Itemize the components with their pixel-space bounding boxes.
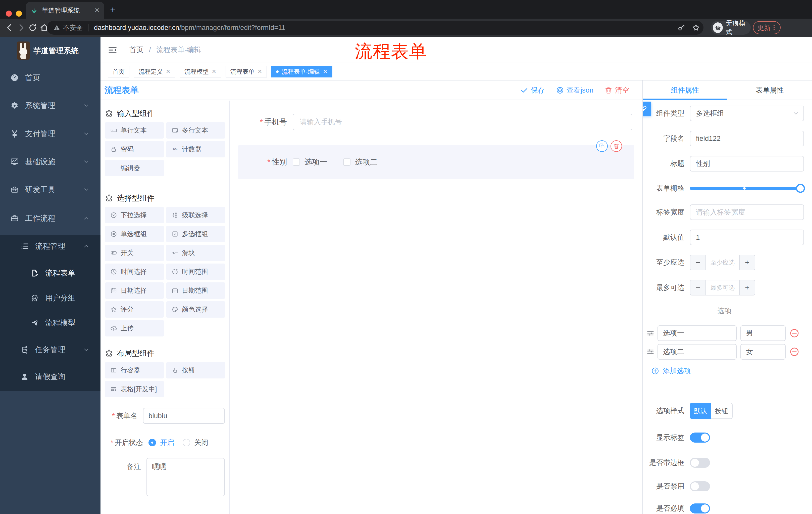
sidebar-logo[interactable]: 芋道管理系统 [0,37,100,65]
title-input[interactable] [690,156,804,171]
palette-item-time-range[interactable]: 时间范围 [166,264,225,280]
tag-process-definition[interactable]: 流程定义✕ [134,66,175,77]
remove-option-icon[interactable] [789,328,800,338]
bookmark-star-icon[interactable] [692,24,700,32]
checkbox[interactable] [293,158,300,166]
tab-form-props[interactable]: 表单属性 [727,80,812,100]
tag-process-model[interactable]: 流程模型✕ [180,66,221,77]
disabled-toggle[interactable] [690,481,710,491]
slider-handle[interactable] [796,184,805,193]
border-toggle[interactable] [690,458,710,468]
sidebar-item-process-mgmt[interactable]: 流程管理 [0,235,100,257]
browser-menu-icon[interactable] [774,25,775,30]
palette-item-table[interactable]: 表格[开发中] [105,381,164,397]
tag-close-icon[interactable]: ✕ [166,69,170,75]
sidebar-item-devtools[interactable]: 研发工具 [0,177,100,202]
new-tab-button[interactable]: + [110,4,116,15]
sidebar-item-workflow[interactable]: 工作流程 [0,206,100,231]
gender-option-1[interactable]: 选项一 [293,157,327,167]
stepper-plus-button[interactable]: + [739,255,755,270]
canvas-field-phone[interactable]: *手机号 [230,114,642,130]
sidebar-item-payment[interactable]: 支付管理 [0,121,100,146]
sidebar-item-process-form[interactable]: 流程表单 [0,262,100,284]
browser-tab[interactable]: 芋道管理系统 ✕ [26,2,104,19]
drag-handle-icon[interactable] [646,329,655,337]
remark-textarea[interactable]: 嘿嘿 [146,458,225,496]
sidebar-item-system[interactable]: 系统管理 [0,93,100,118]
required-toggle[interactable] [690,504,710,514]
palette-item-counter[interactable]: 计数器 [166,141,225,157]
option-value-input[interactable] [741,344,786,360]
stepper-plus-button[interactable]: + [739,280,755,295]
view-json-button[interactable]: 查看json [556,85,593,95]
address-bar[interactable]: 不安全 dashboard.yudao.iocoder.cn/bpm/manag… [47,21,703,35]
component-type-select[interactable]: 多选框组 [690,106,804,121]
reload-icon[interactable] [28,23,37,32]
stepper-minus-button[interactable]: − [690,255,706,270]
min-select-input[interactable] [706,255,739,270]
form-grid-slider[interactable] [690,184,804,193]
save-button[interactable]: 保存 [520,85,545,95]
key-icon[interactable] [677,24,685,32]
palette-item-radio-group[interactable]: 单选框组 [105,226,164,242]
minimize-window-button[interactable] [16,10,22,17]
back-icon[interactable] [5,23,14,32]
tag-home[interactable]: 首页 [108,66,129,77]
default-value-input[interactable] [690,229,804,245]
tag-close-icon[interactable]: ✕ [258,69,262,75]
slider-track[interactable] [690,187,804,190]
palette-item-cascader[interactable]: 级联选择 [166,207,225,223]
sidebar-item-process-model[interactable]: 流程模型 [0,312,100,334]
field-name-input[interactable] [690,131,804,146]
sidebar-item-user-group[interactable]: 用户分组 [0,287,100,309]
max-select-input[interactable] [706,280,739,295]
remove-option-icon[interactable] [789,347,800,357]
palette-item-editor[interactable]: 编辑器 [105,160,164,176]
tag-close-icon[interactable]: ✕ [211,69,216,75]
close-window-button[interactable] [6,10,12,17]
option-style-button-button[interactable]: 按钮 [711,403,733,419]
breadcrumb-home[interactable]: 首页 [129,45,143,55]
tag-process-form-edit[interactable]: 流程表单-编辑✕ [271,66,332,77]
option-label-input[interactable] [658,344,736,360]
palette-item-upload[interactable]: 上传 [105,320,164,336]
palette-item-color-picker[interactable]: 颜色选择 [166,301,225,318]
checkbox[interactable] [343,158,350,166]
sidebar-collapse-icon[interactable] [108,45,118,55]
show-label-toggle[interactable] [690,433,710,442]
security-label[interactable]: 不安全 [63,23,83,32]
option-value-input[interactable] [741,325,786,341]
palette-item-textarea[interactable]: 多行文本 [166,122,225,139]
phone-input[interactable] [293,114,632,130]
stepper-minus-button[interactable]: − [690,280,706,295]
gender-option-2[interactable]: 选项二 [343,157,378,167]
palette-item-text-input[interactable]: 单行文本 [105,122,164,139]
forward-icon[interactable] [17,23,26,32]
palette-item-button[interactable]: 按钮 [166,362,225,378]
browser-update-button[interactable]: 更新 [753,21,781,34]
palette-item-time-picker[interactable]: 时间选择 [105,264,164,280]
form-name-input[interactable] [143,408,225,424]
option-label-input[interactable] [658,325,736,341]
sidebar-item-infra[interactable]: 基础设施 [0,149,100,174]
label-width-input[interactable] [690,205,804,220]
palette-item-select[interactable]: 下拉选择 [105,207,164,223]
status-radio-on[interactable]: 开启 [148,438,174,448]
palette-item-row-container[interactable]: 行容器 [105,362,164,378]
sidebar-item-leave-query[interactable]: 请假查询 [0,366,100,388]
palette-item-rate[interactable]: 评分 [105,301,164,318]
sidebar-item-task-mgmt[interactable]: 任务管理 [0,339,100,361]
palette-item-switch[interactable]: 开关 [105,245,164,261]
option-style-default-button[interactable]: 默认 [690,403,711,419]
palette-item-date-range[interactable]: 日期范围 [166,282,225,299]
clear-button[interactable]: 清空 [605,85,629,95]
palette-item-password[interactable]: 密码 [105,141,164,157]
palette-item-slider[interactable]: 滑块 [166,245,225,261]
form-canvas[interactable]: *手机号 *性别 选项一 选项二 [230,101,642,514]
add-option-button[interactable]: 添加选项 [651,366,812,376]
tab-component-props[interactable]: 组件属性 [643,80,727,100]
tag-close-icon[interactable]: ✕ [323,69,327,75]
tag-process-form[interactable]: 流程表单✕ [226,66,267,77]
drag-handle-icon[interactable] [646,348,655,356]
canvas-field-gender-selected[interactable]: *性别 选项一 选项二 [238,145,634,179]
